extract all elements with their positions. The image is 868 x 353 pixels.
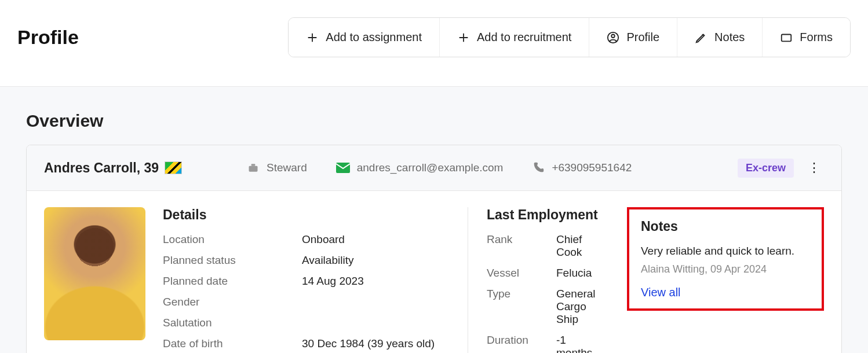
- overview-card: Andres Carroll, 39 Steward andres_carrol…: [26, 145, 842, 353]
- button-label: Add to assignment: [326, 31, 422, 44]
- emp-row-type: Type General Cargo Ship: [487, 288, 605, 326]
- card-header: Andres Carroll, 39 Steward andres_carrol…: [27, 145, 841, 191]
- emp-value: Felucia: [556, 267, 605, 280]
- detail-value: Onboard: [302, 233, 345, 246]
- emp-row-rank: Rank Chief Cook: [487, 233, 605, 259]
- svg-rect-8: [251, 164, 256, 166]
- last-employment-column: Last Employment Rank Chief Cook Vessel F…: [471, 207, 621, 353]
- detail-value: Availability: [302, 254, 353, 267]
- detail-label: Salutation: [163, 317, 302, 329]
- detail-label: Planned status: [163, 254, 302, 267]
- svg-point-5: [612, 34, 615, 38]
- detail-row-gender: Gender: [163, 296, 448, 308]
- notes-button[interactable]: Notes: [677, 18, 763, 57]
- status-badge: Ex-crew: [738, 159, 794, 178]
- view-all-link[interactable]: View all: [641, 286, 810, 299]
- page-title: Profile: [17, 26, 79, 49]
- mail-icon: [336, 163, 350, 173]
- details-heading: Details: [163, 207, 448, 223]
- briefcase-icon: [247, 162, 260, 174]
- button-label: Notes: [714, 31, 745, 44]
- notes-panel: Notes Very reliable and quick to learn. …: [627, 207, 824, 311]
- folder-icon: [780, 31, 793, 44]
- action-button-group: Add to assignment Add to recruitment Pro…: [288, 17, 851, 57]
- emp-label: Rank: [487, 233, 556, 259]
- user-circle-icon: [607, 31, 619, 44]
- note-author-date: Alaina Witting, 09 Apr 2024: [641, 263, 810, 275]
- detail-row-dob: Date of birth 30 Dec 1984 (39 years old): [163, 337, 448, 350]
- column-divider: [468, 207, 468, 353]
- last-employment-heading: Last Employment: [487, 207, 605, 223]
- emp-value: -1 months: [556, 334, 605, 353]
- add-to-recruitment-button[interactable]: Add to recruitment: [440, 18, 589, 57]
- avatar: [44, 207, 145, 340]
- emp-label: Duration: [487, 334, 556, 353]
- more-menu-icon[interactable]: ⋮: [804, 157, 824, 179]
- button-label: Profile: [626, 31, 659, 44]
- emp-label: Type: [487, 288, 556, 326]
- emp-row-vessel: Vessel Felucia: [487, 267, 605, 280]
- role-text: Steward: [267, 161, 307, 174]
- person-name: Andres Carroll, 39: [44, 160, 218, 176]
- phone-meta[interactable]: +639095951642: [532, 161, 632, 174]
- emp-value: Chief Cook: [556, 233, 605, 259]
- profile-button[interactable]: Profile: [589, 18, 677, 57]
- detail-label: Location: [163, 233, 302, 246]
- detail-label: Date of birth: [163, 337, 302, 350]
- detail-row-location: Location Onboard: [163, 233, 448, 246]
- button-label: Add to recruitment: [477, 31, 571, 44]
- pencil-icon: [695, 31, 707, 44]
- phone-icon: [532, 161, 545, 174]
- button-label: Forms: [800, 31, 833, 44]
- emp-row-duration: Duration -1 months: [487, 334, 605, 353]
- phone-text: +639095951642: [552, 161, 632, 174]
- detail-label: Gender: [163, 296, 302, 308]
- section-title: Overview: [26, 111, 842, 131]
- email-text: andres_carroll@example.com: [357, 161, 504, 174]
- svg-rect-6: [782, 34, 792, 41]
- notes-heading: Notes: [641, 219, 810, 234]
- detail-row-salutation: Salutation: [163, 317, 448, 329]
- flag-icon: [165, 161, 182, 174]
- email-meta[interactable]: andres_carroll@example.com: [336, 161, 504, 174]
- forms-button[interactable]: Forms: [763, 18, 850, 57]
- detail-label: Planned date: [163, 275, 302, 288]
- svg-rect-7: [249, 166, 258, 172]
- details-column: Details Location Onboard Planned status …: [163, 207, 465, 353]
- name-age-text: Andres Carroll, 39: [44, 160, 159, 176]
- emp-label: Vessel: [487, 267, 556, 280]
- emp-value: General Cargo Ship: [556, 288, 605, 326]
- detail-row-planned-date: Planned date 14 Aug 2023: [163, 275, 448, 288]
- detail-value: 14 Aug 2023: [302, 275, 364, 288]
- add-to-assignment-button[interactable]: Add to assignment: [289, 18, 440, 57]
- detail-row-planned-status: Planned status Availability: [163, 254, 448, 267]
- detail-value: 30 Dec 1984 (39 years old): [302, 337, 435, 350]
- role-meta: Steward: [247, 161, 307, 174]
- note-text: Very reliable and quick to learn.: [641, 245, 810, 258]
- plus-icon: [306, 31, 319, 44]
- plus-icon: [457, 31, 470, 44]
